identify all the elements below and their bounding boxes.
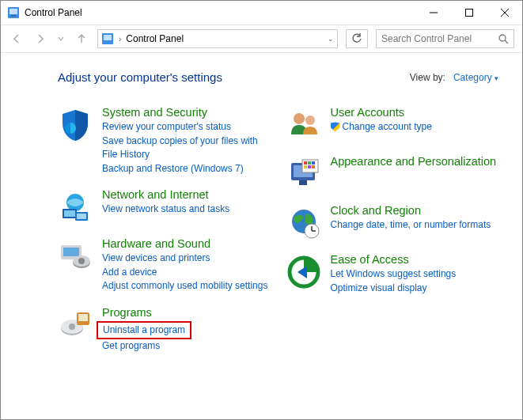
shield-icon bbox=[58, 108, 93, 142]
appearance-icon bbox=[286, 157, 321, 191]
link-mobility[interactable]: Adjust commonly used mobility settings bbox=[102, 279, 271, 293]
category-programs: Programs Uninstall a program Get program… bbox=[58, 306, 271, 354]
viewby-control: View by: Category ▾ bbox=[410, 72, 498, 83]
svg-rect-38 bbox=[299, 180, 307, 185]
forward-button[interactable] bbox=[32, 31, 48, 47]
content-area: Adjust your computer's settings View by:… bbox=[1, 53, 522, 419]
category-title[interactable]: User Accounts bbox=[331, 106, 499, 119]
link-backup-restore[interactable]: Backup and Restore (Windows 7) bbox=[102, 162, 271, 176]
users-icon bbox=[286, 108, 321, 142]
toolbar: › Control Panel ⌄ Search Control Panel bbox=[1, 25, 522, 53]
category-system-security: System and Security Review your computer… bbox=[58, 106, 271, 176]
svg-rect-26 bbox=[78, 314, 88, 321]
svg-rect-33 bbox=[308, 161, 311, 165]
svg-rect-2 bbox=[11, 15, 16, 17]
svg-rect-36 bbox=[308, 165, 311, 168]
category-network: Network and Internet View network status… bbox=[58, 188, 271, 225]
recent-dropdown[interactable] bbox=[56, 31, 66, 47]
maximize-button[interactable] bbox=[451, 1, 487, 25]
category-title[interactable]: Network and Internet bbox=[102, 188, 271, 202]
link-uninstall-program[interactable]: Uninstall a program bbox=[103, 324, 185, 335]
svg-point-28 bbox=[305, 115, 315, 125]
highlight-uninstall: Uninstall a program bbox=[97, 321, 191, 339]
close-button[interactable] bbox=[487, 1, 522, 25]
link-network-status[interactable]: View network status and tasks bbox=[102, 202, 271, 216]
titlebar: Control Panel bbox=[1, 1, 522, 25]
svg-rect-14 bbox=[64, 210, 75, 217]
svg-rect-37 bbox=[312, 165, 315, 168]
link-change-account-type[interactable]: Change account type bbox=[331, 120, 499, 134]
svg-rect-8 bbox=[104, 35, 112, 40]
right-column: User Accounts Change account type bbox=[286, 106, 499, 366]
search-input[interactable]: Search Control Panel bbox=[376, 29, 514, 48]
link-date-time-formats[interactable]: Change date, time, or number formats bbox=[331, 218, 499, 232]
category-hardware: Hardware and Sound View devices and prin… bbox=[58, 237, 271, 293]
category-clock-region: Clock and Region Change date, time, or n… bbox=[286, 204, 499, 240]
minimize-button[interactable] bbox=[415, 1, 451, 25]
svg-rect-35 bbox=[304, 165, 307, 168]
control-panel-icon bbox=[7, 6, 20, 19]
viewby-dropdown[interactable]: Category ▾ bbox=[453, 72, 498, 83]
back-button[interactable] bbox=[9, 31, 25, 47]
svg-point-27 bbox=[294, 113, 305, 124]
chevron-right-icon: › bbox=[119, 35, 121, 44]
category-title[interactable]: System and Security bbox=[102, 106, 271, 119]
left-column: System and Security Review your computer… bbox=[58, 106, 271, 366]
svg-point-9 bbox=[499, 35, 506, 41]
up-button[interactable] bbox=[74, 31, 89, 47]
category-title[interactable]: Ease of Access bbox=[331, 253, 499, 267]
category-title[interactable]: Programs bbox=[102, 306, 271, 320]
category-user-accounts: User Accounts Change account type bbox=[286, 106, 499, 142]
category-title[interactable]: Hardware and Sound bbox=[102, 237, 271, 251]
link-optimize-display[interactable]: Optimize visual display bbox=[331, 282, 499, 295]
control-panel-window: Control Panel › C bbox=[0, 0, 523, 420]
link-review-status[interactable]: Review your computer's status bbox=[102, 120, 271, 134]
programs-icon bbox=[58, 308, 93, 342]
control-panel-icon bbox=[101, 32, 114, 45]
svg-rect-34 bbox=[312, 161, 315, 165]
clock-globe-icon bbox=[286, 206, 321, 240]
category-title[interactable]: Clock and Region bbox=[331, 204, 499, 218]
svg-point-24 bbox=[69, 324, 75, 330]
category-ease-access: Ease of Access Let Windows suggest setti… bbox=[286, 253, 499, 295]
category-title[interactable]: Appearance and Personalization bbox=[331, 155, 499, 168]
svg-point-21 bbox=[78, 258, 85, 264]
network-icon bbox=[58, 190, 93, 225]
link-file-history[interactable]: Save backup copies of your files with Fi… bbox=[102, 134, 271, 162]
breadcrumb[interactable]: Control Panel bbox=[126, 33, 184, 44]
page-title: Adjust your computer's settings bbox=[58, 70, 222, 84]
svg-rect-16 bbox=[77, 214, 86, 219]
ease-access-icon bbox=[286, 255, 321, 289]
svg-line-10 bbox=[505, 40, 508, 44]
search-placeholder: Search Control Panel bbox=[381, 33, 498, 44]
window-title: Control Panel bbox=[25, 7, 82, 18]
viewby-label: View by: bbox=[410, 72, 445, 83]
hardware-icon bbox=[58, 239, 93, 274]
link-suggest-settings[interactable]: Let Windows suggest settings bbox=[331, 267, 499, 281]
address-dropdown-icon[interactable]: ⌄ bbox=[328, 35, 334, 43]
category-appearance: Appearance and Personalization bbox=[286, 155, 499, 191]
link-devices-printers[interactable]: View devices and printers bbox=[102, 252, 271, 265]
svg-rect-4 bbox=[465, 9, 472, 17]
chevron-down-icon: ▾ bbox=[495, 74, 498, 82]
header-row: Adjust your computer's settings View by:… bbox=[58, 70, 498, 84]
search-icon bbox=[498, 34, 509, 44]
category-columns: System and Security Review your computer… bbox=[58, 106, 498, 366]
link-get-programs[interactable]: Get programs bbox=[102, 339, 271, 353]
svg-rect-32 bbox=[304, 161, 307, 165]
svg-rect-18 bbox=[63, 248, 79, 256]
link-add-device[interactable]: Add a device bbox=[102, 266, 271, 279]
address-bar[interactable]: › Control Panel ⌄ bbox=[97, 29, 338, 48]
refresh-button[interactable] bbox=[346, 29, 368, 48]
svg-rect-1 bbox=[9, 9, 17, 14]
